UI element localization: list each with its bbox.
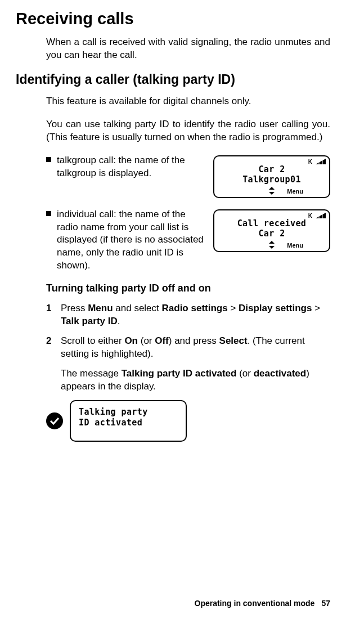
radio-display-individual: K Call received Car 2 Menu — [213, 209, 330, 252]
bullet-text-2: individual call: the name of the radio n… — [57, 208, 205, 273]
subsection-heading: Turning talking party ID off and on — [46, 282, 330, 294]
svg-marker-3 — [269, 187, 275, 190]
intro-paragraph: When a call is received with valid signa… — [46, 36, 330, 62]
svg-marker-8 — [269, 241, 275, 244]
radio-display-confirmation: Talking party ID activated — [70, 400, 187, 442]
svg-marker-4 — [269, 192, 275, 195]
footer-page-number: 57 — [321, 599, 330, 608]
bullet-text-1: talkgroup call: the name of the talkgrou… — [57, 154, 205, 180]
scroll-arrows-icon — [269, 187, 275, 195]
footer-chapter: Operating in conventional mode — [195, 599, 315, 608]
confirmation-display-row: Talking party ID activated — [46, 400, 330, 442]
bullet-row-1: talkgroup call: the name of the talkgrou… — [46, 154, 330, 198]
checkmark-icon — [46, 412, 63, 429]
step-1: 1 Press Menu and select Radio settings >… — [46, 302, 330, 328]
radio-display-talkgroup: K Car 2 Talkgroup01 Menu — [213, 155, 330, 198]
section-para-2: You can use talking party ID to identify… — [46, 118, 330, 144]
bullet-row-2: individual call: the name of the radio n… — [46, 208, 330, 273]
display-line-1: Call received — [214, 218, 329, 228]
step-text: Press Menu and select Radio settings > D… — [61, 302, 330, 328]
display-line-2: Talkgroup01 — [214, 174, 329, 185]
svg-marker-0 — [316, 159, 326, 164]
bullet-icon — [46, 211, 51, 216]
page-title: Receiving calls — [16, 10, 330, 28]
display-line-2: Car 2 — [214, 228, 329, 239]
scroll-arrows-icon — [269, 241, 275, 249]
section-heading: Identifying a caller (talking party ID) — [16, 72, 330, 87]
page-footer: Operating in conventional mode57 — [195, 599, 331, 608]
softkey-menu-label: Menu — [287, 188, 303, 195]
step-number: 1 — [46, 302, 54, 328]
signal-icon — [316, 213, 326, 218]
step-text: Scroll to either On (or Off) and press S… — [61, 335, 330, 361]
display-line-2: ID activated — [79, 418, 178, 428]
signal-icon — [316, 159, 326, 164]
svg-marker-9 — [269, 246, 275, 249]
display-line-1: Car 2 — [214, 164, 329, 174]
step-2: 2 Scroll to either On (or Off) and press… — [46, 335, 330, 361]
softkey-menu-label: Menu — [287, 242, 303, 249]
step-number: 2 — [46, 335, 54, 361]
bullet-icon — [46, 157, 51, 162]
display-line-1: Talking party — [79, 407, 178, 418]
result-text: The message Talking party ID activated (… — [61, 367, 330, 393]
svg-marker-5 — [316, 213, 326, 218]
section-para-1: This feature is available for digital ch… — [46, 95, 330, 108]
